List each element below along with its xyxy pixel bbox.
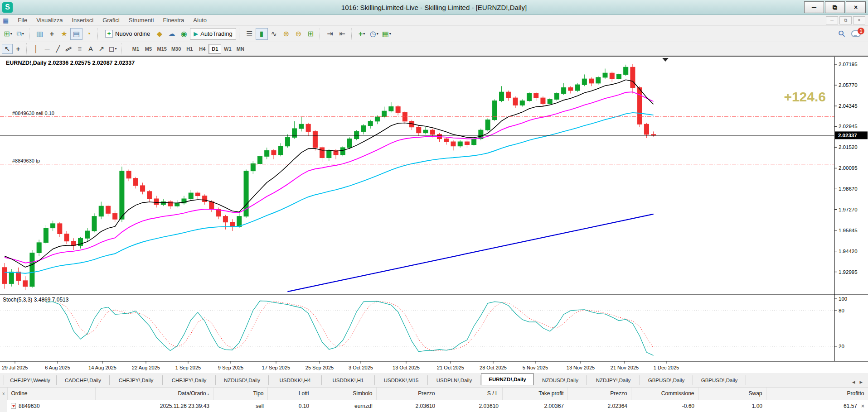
tab-scroll-right-icon[interactable]: ▸ <box>859 378 863 385</box>
text-tool[interactable]: A <box>85 44 96 54</box>
tab-eurnzd-daily[interactable]: EURNZD!,Daily <box>481 374 534 385</box>
menu-finestra[interactable]: Finestra <box>158 16 189 24</box>
channel-tool[interactable]: ∥ <box>63 44 74 54</box>
col-lotti[interactable]: Lotti <box>267 388 313 400</box>
strategy-tester-button[interactable]: ◔ <box>82 28 95 40</box>
line-chart-button[interactable]: ∿ <box>268 28 280 40</box>
new-chart-button[interactable]: ⊞▾ <box>2 28 14 40</box>
navigator-button[interactable]: ★ <box>58 28 70 40</box>
autotrading-icon: ▶ <box>194 30 198 37</box>
metaeditor-button[interactable]: ◆ <box>153 28 165 40</box>
timeframe-w1[interactable]: W1 <box>221 44 234 54</box>
minimize-icon[interactable]: ─ <box>804 1 824 13</box>
tab-usddkk-h1[interactable]: USDDKK!,H1 <box>322 375 375 385</box>
col-sl[interactable]: S / L <box>439 388 502 400</box>
mql-community-button[interactable]: ☁ <box>165 28 178 40</box>
tab-cadchf-daily[interactable]: CADCHF!,Daily <box>57 375 110 385</box>
chart-shift-button[interactable]: ⇤ <box>336 28 349 40</box>
auto-scroll-button[interactable]: ⇥ <box>324 28 336 40</box>
tab-usddkk-h4[interactable]: USDDKK!,H4 <box>269 375 322 385</box>
indicators-button[interactable]: +▾ <box>356 28 368 40</box>
timeframe-mn[interactable]: MN <box>234 44 247 54</box>
templates-button[interactable]: ▦▾ <box>380 28 393 40</box>
timeframe-m5[interactable]: M5 <box>142 44 155 54</box>
fibonacci-icon: ≡ <box>78 45 82 53</box>
profiles-button[interactable]: ⧉▾ <box>14 28 26 40</box>
template-icon: ▦ <box>382 29 389 38</box>
notifications-icon[interactable]: 1 <box>851 30 861 37</box>
periods-button[interactable]: ◷▾ <box>368 28 380 40</box>
menu-grafici[interactable]: Grafici <box>98 16 124 24</box>
tab-usddkk-m15[interactable]: USDDKK!,M15 <box>375 375 428 385</box>
col-data-orario[interactable]: Data/Orario▴ <box>95 388 213 400</box>
col-profitto-label: Profitto <box>847 390 864 397</box>
search-icon[interactable]: ⚲ <box>836 28 848 39</box>
market-watch-button[interactable]: ▥ <box>34 28 46 40</box>
col-commissione[interactable]: Commissione <box>631 388 698 400</box>
tab-chfjpy-weekly[interactable]: CHFJPY!,Weekly <box>4 375 57 385</box>
col-prezzo-apertura[interactable]: Prezzo <box>376 388 439 400</box>
date-tick: 25 Sep 2025 <box>305 365 334 370</box>
timeframe-d1[interactable]: D1 <box>209 44 221 54</box>
shapes-tool[interactable]: ◻▾ <box>107 44 118 54</box>
tab-scroll-left-icon[interactable]: ◂ <box>852 378 855 385</box>
menu-aiuto[interactable]: Aiuto <box>189 16 211 24</box>
tile-windows-button[interactable]: ⊞ <box>305 28 317 40</box>
data-window-button[interactable]: + <box>46 28 58 40</box>
child-restore-icon[interactable]: ⧉ <box>839 16 852 24</box>
horizontal-line-tool[interactable]: ─ <box>42 44 53 54</box>
tab-nzdjpy-daily[interactable]: NZDJPY!,Daily <box>587 375 640 385</box>
arrow-tool[interactable]: ↗ <box>96 44 107 54</box>
tab-chfjpy-daily-2[interactable]: CHFJPY!,Daily <box>163 375 216 385</box>
cursor-tool-button[interactable]: ↖ <box>2 44 13 54</box>
signals-button[interactable]: ◉ <box>178 28 190 40</box>
menu-visualizza[interactable]: Visualizza <box>32 16 67 24</box>
timeframe-h1[interactable]: H1 <box>183 44 196 54</box>
close-icon[interactable]: × <box>846 1 866 13</box>
timeframe-h4[interactable]: H4 <box>196 44 209 54</box>
date-tick: 13 Oct 2025 <box>393 365 420 370</box>
col-take-profit[interactable]: Take profit <box>502 388 567 400</box>
trendline-tool[interactable]: ╱ <box>53 44 63 54</box>
toolbar-separator <box>29 29 32 39</box>
tab-chfjpy-daily-1[interactable]: CHFJPY!,Daily <box>110 375 163 385</box>
menu-file[interactable]: File <box>13 16 32 24</box>
channel-icon: ∥ <box>64 45 73 52</box>
crosshair-tool-button[interactable]: + <box>13 44 24 54</box>
child-minimize-icon[interactable]: ─ <box>826 16 838 24</box>
bar-chart-button[interactable]: ☰ <box>243 28 256 40</box>
candlestick-chart-button[interactable]: ▮ <box>256 28 268 40</box>
col-simbolo[interactable]: Simbolo <box>313 388 376 400</box>
col-swap[interactable]: Swap <box>698 388 766 400</box>
terminal-button[interactable]: ▤ <box>70 28 82 40</box>
tab-nzdusd-daily-1[interactable]: NZDUSD!,Daily <box>216 375 269 385</box>
child-close-icon[interactable]: × <box>853 16 865 24</box>
tab-usdpln-daily[interactable]: USDPLN!,Daily <box>428 375 481 385</box>
tab-gbpusd-daily-1[interactable]: GBPUSD!,Daily <box>640 375 693 385</box>
col-ordine-label: Ordine <box>11 390 28 397</box>
vertical-line-tool[interactable]: │ <box>31 44 42 54</box>
order-row[interactable]: 8849630 2025.11.26 23:39:43 sell 0.10 eu… <box>0 400 868 412</box>
zoom-out-button[interactable]: ⊖ <box>292 28 305 40</box>
zoom-in-button[interactable]: ⊕ <box>280 28 292 40</box>
menu-strumenti[interactable]: Strumenti <box>124 16 159 24</box>
new-order-button[interactable]: + Nuovo ordine <box>102 28 153 40</box>
timeframe-m1[interactable]: M1 <box>129 44 142 54</box>
chart-area[interactable]: #8849630 sell 0.10#8849630 tp2.071952.05… <box>0 56 868 373</box>
restore-icon[interactable]: ⧉ <box>825 1 845 13</box>
price-chart-canvas[interactable]: #8849630 sell 0.10#8849630 tp2.071952.05… <box>0 56 868 373</box>
col-profitto[interactable]: Profitto <box>766 388 868 400</box>
timeframe-m15[interactable]: M15 <box>155 44 169 54</box>
menu-inserisci[interactable]: Inserisci <box>67 16 98 24</box>
autotrading-toggle[interactable]: ▶ AutoTrading <box>190 28 236 40</box>
stoch-scale-tick: 80 <box>839 308 844 313</box>
timeframe-m30[interactable]: M30 <box>169 44 183 54</box>
tab-nzdusd-daily-2[interactable]: NZDUSD!,Daily <box>534 375 587 385</box>
panel-close-icon[interactable]: x <box>0 388 7 400</box>
col-tipo[interactable]: Tipo <box>213 388 267 400</box>
col-ordine[interactable]: Ordine <box>7 388 95 400</box>
fibonacci-tool[interactable]: ≡ <box>74 44 85 54</box>
close-position-icon[interactable]: × <box>861 403 864 409</box>
tab-gbpusd-daily-2[interactable]: GBPUSD!,Daily <box>693 375 746 385</box>
col-prezzo-corrente[interactable]: Prezzo <box>567 388 631 400</box>
